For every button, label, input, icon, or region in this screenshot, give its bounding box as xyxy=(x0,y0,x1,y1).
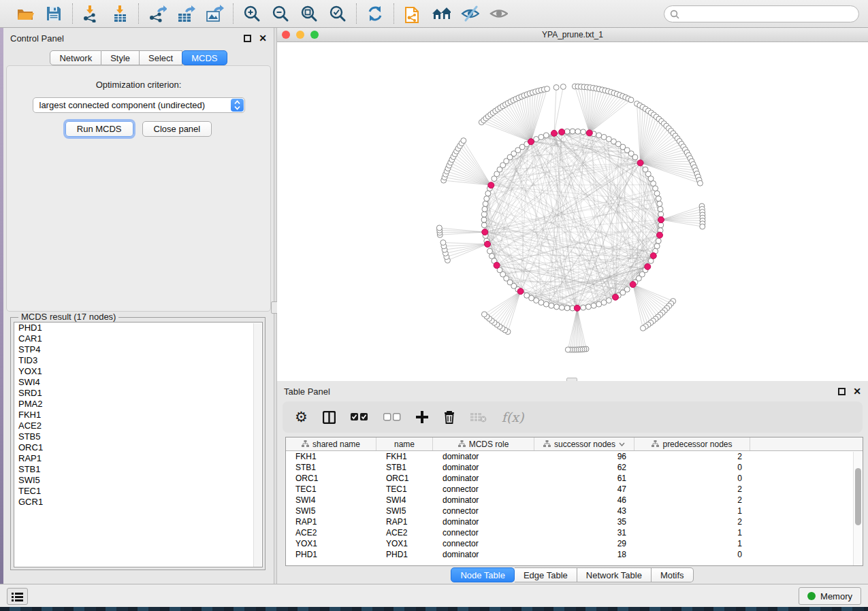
mcds-hub-node[interactable] xyxy=(613,294,619,300)
table-scrollbar[interactable] xyxy=(853,452,862,565)
double-house-icon[interactable] xyxy=(432,4,451,23)
leaf-node[interactable] xyxy=(640,325,645,331)
network-canvas[interactable] xyxy=(277,42,868,380)
column-header-shared-name[interactable]: shared name xyxy=(286,437,376,450)
close-panel-button[interactable]: Close panel xyxy=(142,121,212,137)
mcds-result-item[interactable]: PMA2 xyxy=(14,399,262,410)
ring-node[interactable] xyxy=(657,201,662,207)
ring-node[interactable] xyxy=(658,212,664,217)
mcds-hub-node[interactable] xyxy=(630,282,636,288)
leaf-node[interactable] xyxy=(565,347,570,352)
ring-node[interactable] xyxy=(549,303,554,308)
tab-network[interactable]: Network xyxy=(50,50,101,65)
leaf-node[interactable] xyxy=(461,138,466,144)
column-header-MCDS-role[interactable]: MCDS role xyxy=(433,437,534,450)
leaf-node[interactable] xyxy=(481,312,487,317)
zoom-selected-icon[interactable] xyxy=(328,4,347,23)
mcds-result-item[interactable]: TEC1 xyxy=(14,486,262,497)
table-row[interactable]: ACE2ACE2connector311 xyxy=(286,527,863,538)
table-row[interactable]: STB1STB1dominator620 xyxy=(286,462,863,473)
ring-node[interactable] xyxy=(485,191,491,196)
mcds-result-item[interactable]: STB1 xyxy=(14,464,262,475)
leaf-node[interactable] xyxy=(697,180,703,186)
mcds-result-item[interactable]: STP4 xyxy=(14,344,262,355)
ring-node[interactable] xyxy=(482,206,487,212)
ring-node[interactable] xyxy=(591,303,596,308)
mcds-hub-node[interactable] xyxy=(637,160,643,166)
mcds-result-item[interactable]: RAP1 xyxy=(14,453,262,464)
tab-style[interactable]: Style xyxy=(101,50,140,65)
ring-node[interactable] xyxy=(564,306,570,311)
close-panel-icon[interactable]: ✕ xyxy=(259,35,267,42)
ring-node[interactable] xyxy=(656,196,661,201)
table-scrollbar-thumb[interactable] xyxy=(855,468,861,525)
tab-network-table[interactable]: Network Table xyxy=(577,567,652,582)
open-session-icon[interactable] xyxy=(16,4,35,23)
zoom-fit-icon[interactable] xyxy=(300,4,319,23)
table-row[interactable]: SWI4SWI4dominator462 xyxy=(286,495,863,506)
add-column-icon[interactable] xyxy=(416,407,428,427)
mcds-result-item[interactable]: ORC1 xyxy=(14,442,262,453)
minimize-traffic-light[interactable] xyxy=(296,31,304,39)
mcds-result-list[interactable]: PHD1CAR1STP4TID3YOX1SWI4SRD1PMA2FKH1ACE2… xyxy=(14,322,263,567)
mcds-result-item[interactable]: STB5 xyxy=(14,431,262,442)
table-row[interactable]: PHD1PHD1dominator180 xyxy=(286,549,863,560)
export-table-icon[interactable] xyxy=(176,4,195,23)
ring-node[interactable] xyxy=(596,133,602,138)
zoom-in-icon[interactable] xyxy=(242,4,261,23)
ring-node[interactable] xyxy=(483,201,488,207)
tab-edge-table[interactable]: Edge Table xyxy=(515,567,577,582)
ring-node[interactable] xyxy=(596,301,602,307)
ring-node[interactable] xyxy=(632,154,638,160)
run-mcds-button[interactable]: Run MCDS xyxy=(65,121,133,137)
ring-node[interactable] xyxy=(585,304,591,310)
export-network-icon[interactable] xyxy=(148,4,167,23)
leaf-node[interactable] xyxy=(628,97,634,103)
float-panel-icon[interactable] xyxy=(838,388,846,395)
mcds-hub-node[interactable] xyxy=(586,130,592,136)
leaf-node[interactable] xyxy=(436,225,442,231)
tab-select[interactable]: Select xyxy=(140,50,182,65)
ring-node[interactable] xyxy=(654,191,660,196)
table-settings-gear-icon[interactable]: ⚙ xyxy=(295,407,308,427)
leaf-node[interactable] xyxy=(440,240,446,246)
ring-node[interactable] xyxy=(539,134,544,139)
task-history-button[interactable] xyxy=(7,588,28,605)
mcds-result-item[interactable]: PHD1 xyxy=(14,323,262,333)
ring-node[interactable] xyxy=(559,305,564,310)
mcds-hub-node[interactable] xyxy=(494,262,500,268)
table-row[interactable]: FKH1FKH1dominator962 xyxy=(286,451,863,462)
mcds-hub-node[interactable] xyxy=(574,305,580,311)
ring-node[interactable] xyxy=(524,293,530,298)
memory-button[interactable]: Memory xyxy=(799,587,861,605)
ring-node[interactable] xyxy=(601,300,607,306)
export-image-icon[interactable] xyxy=(205,4,224,23)
mcds-hub-node[interactable] xyxy=(517,288,524,295)
mcds-hub-node[interactable] xyxy=(645,263,651,269)
close-panel-icon[interactable]: ✕ xyxy=(853,388,861,395)
mcds-result-item[interactable]: ACE2 xyxy=(14,420,262,431)
ring-node[interactable] xyxy=(581,305,586,310)
mcds-result-item[interactable]: SWI4 xyxy=(14,377,262,388)
mcds-hub-node[interactable] xyxy=(482,229,488,235)
zoom-out-icon[interactable] xyxy=(271,4,290,23)
leaf-node[interactable] xyxy=(545,86,550,92)
maximize-traffic-light[interactable] xyxy=(310,31,319,39)
delete-column-trash-icon[interactable] xyxy=(443,407,455,427)
criterion-dropdown[interactable]: largest connected component (undirected) xyxy=(33,97,245,113)
leaf-node[interactable] xyxy=(560,84,566,89)
network-document-icon[interactable] xyxy=(403,4,422,23)
show-columns-icon[interactable] xyxy=(323,407,336,427)
network-graph[interactable] xyxy=(277,42,868,380)
ring-node[interactable] xyxy=(581,129,586,135)
tab-mcds[interactable]: MCDS xyxy=(182,50,227,65)
column-header-successor-nodes[interactable]: successor nodes xyxy=(534,437,634,450)
float-panel-icon[interactable] xyxy=(244,35,251,42)
mcds-result-item[interactable]: GCR1 xyxy=(14,497,262,508)
deselect-all-icon[interactable] xyxy=(383,407,401,427)
import-network-icon[interactable] xyxy=(82,4,101,23)
mcds-result-item[interactable]: YOX1 xyxy=(14,366,262,377)
ring-node[interactable] xyxy=(653,186,658,191)
tab-node-table[interactable]: Node Table xyxy=(451,567,515,582)
tab-motifs[interactable]: Motifs xyxy=(652,567,694,582)
